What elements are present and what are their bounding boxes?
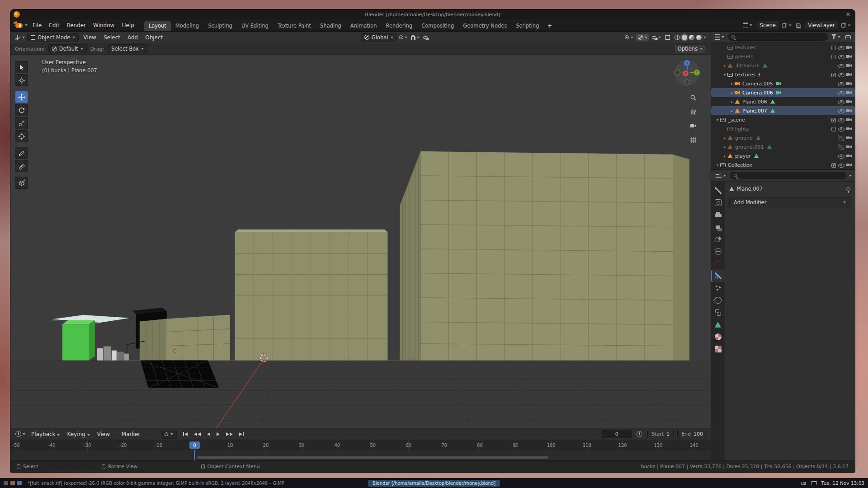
breadcrumb-object-name[interactable]: Plane.007 bbox=[737, 186, 763, 192]
hide-viewport-eye-icon[interactable] bbox=[838, 81, 844, 87]
tool-select-box[interactable] bbox=[15, 61, 28, 73]
exclude-checkbox[interactable] bbox=[831, 46, 836, 50]
viewport-canvas[interactable]: User Perspective (0) bucks | Plane.007 bbox=[10, 55, 711, 428]
wireframe-shading-icon[interactable] bbox=[675, 35, 680, 40]
frame-start-field[interactable]: Start1 bbox=[647, 430, 674, 438]
hide-viewport-eye-icon[interactable] bbox=[838, 45, 844, 51]
pan-hand-icon[interactable] bbox=[688, 107, 698, 117]
properties-tab-constraints[interactable] bbox=[711, 306, 725, 319]
timeline-ruler[interactable]: -50-40-30-20-100102030405060708090100110… bbox=[10, 440, 711, 450]
disable-render-camera-icon[interactable] bbox=[846, 90, 852, 96]
hide-viewport-eye-icon[interactable] bbox=[838, 117, 844, 123]
jump-to-end-button[interactable] bbox=[239, 432, 244, 436]
hide-viewport-eye-icon[interactable] bbox=[838, 99, 844, 105]
mesh-small-building[interactable] bbox=[140, 315, 230, 361]
tool-move[interactable] bbox=[15, 91, 28, 103]
solid-shading-icon[interactable] bbox=[682, 35, 687, 40]
frame-end-field[interactable]: End100 bbox=[677, 430, 707, 438]
timeline-menu-item[interactable]: View bbox=[94, 430, 118, 438]
add-workspace-button[interactable]: + bbox=[543, 22, 556, 29]
tool-cursor[interactable] bbox=[15, 74, 28, 86]
menu-item[interactable]: Help bbox=[118, 21, 137, 29]
viewport-menu-item[interactable]: Add bbox=[124, 33, 142, 42]
show-overlays-group[interactable] bbox=[650, 35, 663, 40]
outliner-row[interactable]: ▸ Plane.007 bbox=[711, 106, 855, 115]
camera-view-icon[interactable] bbox=[688, 121, 698, 131]
properties-tab-tool[interactable] bbox=[711, 184, 725, 197]
hide-viewport-eye-icon[interactable] bbox=[838, 90, 844, 96]
disable-render-camera-icon[interactable] bbox=[846, 63, 852, 69]
remove-viewlayer-icon[interactable]: ✕ bbox=[848, 23, 851, 28]
transform-pivot-button[interactable] bbox=[398, 35, 409, 39]
disable-render-camera-icon[interactable] bbox=[846, 153, 852, 159]
play-reverse-button[interactable] bbox=[207, 432, 210, 436]
outliner-editor-type-button[interactable] bbox=[714, 34, 726, 40]
workspace-tab[interactable]: Texture Paint bbox=[273, 21, 316, 31]
properties-tab-scene[interactable] bbox=[711, 233, 725, 245]
properties-tab-material[interactable] bbox=[711, 331, 725, 343]
outliner-row[interactable]: ▸ Plane.006 bbox=[711, 97, 855, 106]
mesh-dark-plane[interactable] bbox=[141, 361, 219, 388]
disable-render-camera-icon[interactable] bbox=[846, 135, 852, 141]
hide-viewport-eye-icon[interactable] bbox=[838, 54, 844, 60]
outliner-row[interactable]: ▸ 3dtexture bbox=[711, 61, 855, 70]
disable-render-camera-icon[interactable] bbox=[846, 126, 852, 132]
viewport-menu-item[interactable]: Object bbox=[142, 33, 166, 42]
tool-transform[interactable] bbox=[15, 130, 28, 142]
workspace-tab[interactable]: Sculpting bbox=[203, 21, 237, 31]
expand-arrow[interactable]: ▾ bbox=[722, 73, 727, 77]
workspace-tab[interactable]: UV Editing bbox=[237, 21, 273, 31]
disable-render-camera-icon[interactable] bbox=[846, 108, 852, 114]
workspace-tab[interactable]: Compositing bbox=[417, 21, 458, 31]
taskbar-window-icon[interactable] bbox=[17, 481, 22, 485]
tool-rotate[interactable] bbox=[15, 104, 28, 116]
disable-render-camera-icon[interactable] bbox=[846, 144, 852, 150]
transform-orientation-selector[interactable]: Global bbox=[361, 33, 397, 42]
hide-viewport-eye-icon[interactable] bbox=[838, 153, 844, 159]
taskbar-active-window[interactable]: Blender [/home/amalie/Desktop/blender/mo… bbox=[368, 480, 500, 487]
zoom-icon[interactable] bbox=[688, 93, 698, 103]
close-icon[interactable]: ✕ bbox=[846, 11, 850, 18]
ground-plane[interactable] bbox=[10, 360, 711, 428]
new-collection-button[interactable] bbox=[844, 35, 852, 39]
viewlayer-selector[interactable]: ViewLayer bbox=[804, 21, 838, 30]
scene-selector[interactable]: Scene bbox=[756, 21, 779, 30]
outliner-row[interactable]: ▸ Camera.005 bbox=[711, 79, 855, 88]
hide-viewport-eye-icon[interactable] bbox=[838, 144, 844, 150]
object-visibility-group[interactable] bbox=[623, 34, 635, 40]
exclude-checkbox[interactable] bbox=[831, 73, 836, 77]
properties-tab-render[interactable] bbox=[711, 197, 725, 209]
expand-arrow[interactable]: ▸ bbox=[722, 136, 727, 140]
disable-render-camera-icon[interactable] bbox=[846, 162, 852, 168]
tool-measure[interactable] bbox=[15, 160, 28, 172]
viewport-menu-item[interactable]: Select bbox=[100, 33, 124, 42]
disable-render-camera-icon[interactable] bbox=[846, 99, 852, 105]
prev-keyframe-button[interactable] bbox=[194, 432, 201, 436]
workspace-tab[interactable]: Rendering bbox=[381, 21, 417, 31]
ortho-grid-icon[interactable] bbox=[688, 135, 698, 145]
gizmo-y-axis[interactable]: Y bbox=[694, 70, 700, 75]
expand-arrow[interactable]: ▸ bbox=[729, 91, 735, 95]
orientation-setting-dropdown[interactable]: Default bbox=[48, 44, 87, 53]
workspace-tab[interactable]: Layout bbox=[144, 21, 171, 31]
taskbar-window-icon[interactable] bbox=[4, 481, 8, 485]
new-scene-icon[interactable] bbox=[782, 23, 786, 28]
timeline-menu-item[interactable]: Marker bbox=[118, 430, 148, 438]
exclude-checkbox[interactable] bbox=[831, 55, 836, 59]
gizmo-z-axis[interactable]: Z bbox=[684, 60, 690, 66]
workspace-tab[interactable]: Shading bbox=[316, 21, 346, 31]
taskbar-gimp-window[interactable]: *[fult_snack.tif] (exported)-26.0 (RGB c… bbox=[28, 481, 284, 486]
material-shading-icon[interactable] bbox=[689, 35, 694, 40]
scene-browse-button[interactable] bbox=[741, 23, 754, 28]
hide-viewport-eye-icon[interactable] bbox=[838, 108, 844, 114]
disable-render-camera-icon[interactable] bbox=[846, 117, 852, 123]
rendered-shading-icon[interactable] bbox=[696, 35, 702, 40]
pin-icon[interactable] bbox=[846, 187, 850, 191]
mode-selector[interactable]: Object Mode bbox=[27, 33, 79, 42]
outliner-row[interactable]: ▸ ground.001 bbox=[711, 142, 855, 151]
playhead[interactable]: 0 bbox=[189, 441, 200, 449]
timeline-menu-item[interactable]: Playback bbox=[28, 430, 63, 438]
taskbar-window-icon[interactable] bbox=[10, 481, 15, 485]
properties-search-input[interactable] bbox=[730, 172, 846, 179]
hide-viewport-eye-icon[interactable] bbox=[838, 135, 844, 141]
